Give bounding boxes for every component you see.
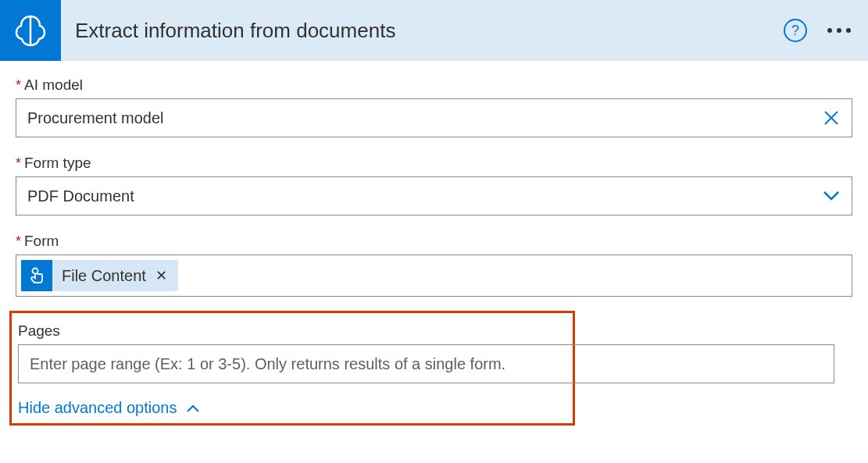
clear-icon[interactable] xyxy=(822,109,841,127)
required-marker: * xyxy=(16,233,21,249)
chevron-down-icon[interactable] xyxy=(822,187,841,205)
help-icon[interactable]: ? xyxy=(784,19,807,42)
pages-label: Pages xyxy=(18,322,566,340)
ai-model-field: *AI model Procurement model xyxy=(16,77,852,137)
connector-icon-box xyxy=(0,0,61,61)
form-type-field: *Form type PDF Document xyxy=(16,155,852,215)
advanced-options-toggle[interactable]: Hide advanced options xyxy=(18,399,566,417)
pages-input[interactable]: Enter page range (Ex: 1 or 3-5). Only re… xyxy=(18,344,834,383)
chevron-up-icon xyxy=(186,401,200,415)
form-field: *Form File Content ✕ xyxy=(16,233,852,297)
form-label: *Form xyxy=(16,233,852,255)
ai-model-input[interactable]: Procurement model xyxy=(16,98,852,137)
more-menu-icon[interactable] xyxy=(824,22,854,39)
required-marker: * xyxy=(16,155,21,171)
ai-model-label: *AI model xyxy=(16,77,852,98)
form-token-input[interactable]: File Content ✕ xyxy=(16,255,852,297)
required-marker: * xyxy=(16,77,21,93)
form-type-value: PDF Document xyxy=(27,187,822,205)
svg-point-0 xyxy=(33,269,38,274)
pages-field: Pages Enter page range (Ex: 1 or 3-5). O… xyxy=(18,322,566,383)
card-header: Extract information from documents ? xyxy=(0,0,868,61)
file-content-token: File Content ✕ xyxy=(21,260,178,291)
form-type-label: *Form type xyxy=(16,155,852,176)
highlighted-section: Pages Enter page range (Ex: 1 or 3-5). O… xyxy=(9,311,575,426)
card-title: Extract information from documents xyxy=(75,19,784,43)
token-label: File Content xyxy=(62,267,146,285)
advanced-toggle-label: Hide advanced options xyxy=(18,399,177,417)
form-body: *AI model Procurement model *Form type P… xyxy=(0,61,868,426)
token-remove-icon[interactable]: ✕ xyxy=(152,267,170,284)
ai-brain-icon xyxy=(13,13,48,48)
touch-icon xyxy=(21,260,52,291)
ai-model-value: Procurement model xyxy=(27,109,822,127)
form-type-select[interactable]: PDF Document xyxy=(16,176,852,215)
